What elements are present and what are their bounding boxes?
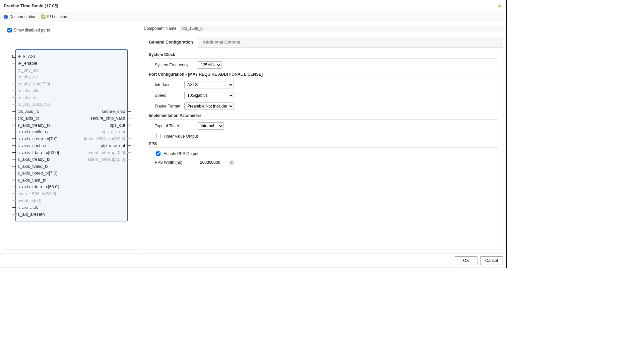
input-port: s_axis_tready_tx (17, 157, 51, 162)
input-port: rx_phy_data[7:0] (17, 81, 50, 86)
input-port: s_axis_tkeep_rx[7:0] (17, 136, 58, 141)
port-name: tx_phy_data[7:0] (18, 102, 50, 107)
vendor-logo-icon (497, 2, 503, 9)
port-name: s_axis_tvalid_tx (18, 164, 49, 169)
tabs: General Configuration Additional Options… (144, 37, 503, 250)
port-name: event_in[0:0] (18, 198, 43, 203)
port-name: pps_div_out (102, 129, 125, 134)
enable-pps-output-checkbox[interactable] (156, 151, 160, 156)
body: Show disabled ports +S_AXIIP_enablerx_ph… (0, 21, 506, 253)
ip-config-dialog: Precise Time Basic (17.05) i Documentati… (0, 0, 507, 268)
window-title: Precise Time Basic (17.05) (4, 3, 58, 8)
port-name: event_interrupt[0:0] (87, 150, 125, 155)
component-name-input[interactable] (179, 25, 503, 32)
output-port: pps_out (110, 123, 126, 128)
port-name: clk_axis_tx (18, 116, 39, 121)
port-name: s_axi_aresetn (18, 212, 45, 217)
ip-location-link[interactable]: IP Location (41, 14, 67, 19)
port-name: s_axis_tdata_tx[63:0] (18, 184, 59, 189)
input-port: s_axis_tready_rx (17, 123, 51, 128)
pps-width-label: PPS Width (ns) (155, 160, 194, 165)
section-title-pps: PPS (149, 141, 498, 146)
port-name: rx_phy_clk (18, 68, 39, 73)
input-port: s_axis_tlast_rx (17, 143, 47, 148)
show-disabled-ports-input[interactable] (7, 28, 12, 32)
expand-bus-icon[interactable]: + (18, 55, 21, 58)
ip-block-symbol: +S_AXIIP_enablerx_phy_clkrx_phy_dvrx_phy… (15, 49, 128, 221)
show-disabled-ports-label: Show disabled ports (14, 28, 50, 32)
input-port: +S_AXI (17, 54, 35, 59)
footer: OK Cancel (0, 253, 506, 268)
port-name: IP_enable (18, 61, 38, 66)
port-name: pps_out (110, 123, 125, 128)
frame-format-label: Frame Format (155, 104, 181, 109)
input-port: event_in[0:0] (17, 198, 43, 203)
port-name: ptp_interrupt (101, 143, 125, 148)
input-port: s_axis_tdata_rx[63:0] (17, 150, 59, 155)
tab-body-general: System Clock System Frequency 125MHz Por… (144, 48, 503, 250)
port-name: s_axis_tready_rx (18, 123, 51, 128)
port-name: s_axis_tready_tx (18, 157, 51, 162)
clear-icon[interactable]: ✕ (229, 160, 234, 165)
port-name: timer_1588_out[63:0] (84, 136, 125, 141)
port-name: timer_1588_in[63:0] (18, 191, 56, 196)
speed-select[interactable]: 10Gigabit/s (184, 92, 234, 99)
input-port: s_axis_tkeep_tx[7:0] (17, 170, 58, 176)
ip-location-label: IP Location (47, 14, 67, 19)
port-name: s_axis_tlast_tx (18, 178, 46, 183)
toolbar: i Documentation IP Location (0, 12, 506, 21)
timer-type-select[interactable]: Internal (198, 122, 224, 130)
ip-symbol-panel: Show disabled ports +S_AXIIP_enablerx_ph… (4, 25, 139, 250)
port-name: s_axis_tvalid_rx (18, 129, 49, 134)
enable-pps-output-label: Enable PPS Output (164, 151, 198, 156)
title-bar: Precise Time Basic (17.05) (0, 0, 506, 12)
input-port: clk_axis_rx (17, 109, 39, 114)
timer-type-label: Type of Timer (155, 124, 194, 128)
component-name-label: Component Name (144, 26, 176, 31)
cancel-button[interactable]: Cancel (480, 256, 503, 265)
output-port: ptp_interrupt (101, 143, 126, 148)
input-port: s_axi_aresetn (17, 212, 45, 217)
port-name: s_axis_tlast_rx (18, 143, 47, 148)
tab-additional-options[interactable]: Additional Options (198, 37, 245, 47)
timer-value-output-checkbox[interactable] (156, 134, 160, 138)
input-port: s_axis_tlast_tx (17, 178, 46, 183)
input-port: tx_phy_data[7:0] (17, 102, 50, 107)
port-name: rx_phy_data[7:0] (18, 81, 50, 86)
input-port: s_axis_tdata_tx[63:0] (17, 184, 59, 189)
system-frequency-label: System Frequency (155, 63, 194, 67)
port-name: secure_chip (102, 109, 125, 114)
port-name: S_AXI (23, 54, 35, 59)
output-port: alarm_interrupt[0:0] (87, 157, 126, 162)
speed-label: Speed (155, 93, 181, 98)
port-name: secure_chip_valid (90, 116, 125, 121)
output-port: event_interrupt[0:0] (87, 150, 126, 155)
port-name: rx_phy_dv (18, 74, 38, 79)
input-port: clk_axis_tx (17, 116, 39, 121)
folder-icon (41, 15, 46, 19)
section-title-port-config: Port Configuration - [MAY REQUIRE ADDITI… (149, 72, 498, 77)
input-port: rx_phy_clk (17, 68, 39, 73)
input-port: IP_enable (17, 61, 38, 66)
input-port: s_axi_aclk (17, 205, 38, 210)
show-disabled-ports-checkbox[interactable]: Show disabled ports (7, 28, 135, 32)
port-name: s_axis_tkeep_tx[7:0] (18, 170, 58, 176)
system-frequency-select[interactable]: 125MHz (198, 61, 222, 69)
output-port: secure_chip (102, 109, 126, 114)
section-title-system-clock: System Clock (149, 52, 498, 57)
input-port: rx_phy_dv (17, 74, 38, 79)
input-port: tx_phy_clk (17, 88, 38, 93)
output-port: secure_chip_valid (90, 116, 126, 121)
documentation-link[interactable]: i Documentation (4, 14, 37, 19)
input-port: timer_1588_in[63:0] (17, 191, 56, 196)
timer-value-output-label: Timer Value Output (164, 134, 198, 139)
port-name: s_axi_aclk (18, 205, 38, 210)
port-name: tx_phy_dv (18, 95, 38, 100)
frame-format-select[interactable]: Preamble Not Included (184, 102, 234, 110)
port-name: s_axis_tdata_rx[63:0] (18, 150, 59, 155)
tab-general-configuration[interactable]: General Configuration (144, 37, 198, 48)
ok-button[interactable]: OK (455, 256, 477, 265)
interface-select[interactable]: AXI-S (184, 81, 234, 88)
interface-label: Interface (155, 82, 181, 87)
port-name: tx_phy_clk (18, 88, 38, 93)
